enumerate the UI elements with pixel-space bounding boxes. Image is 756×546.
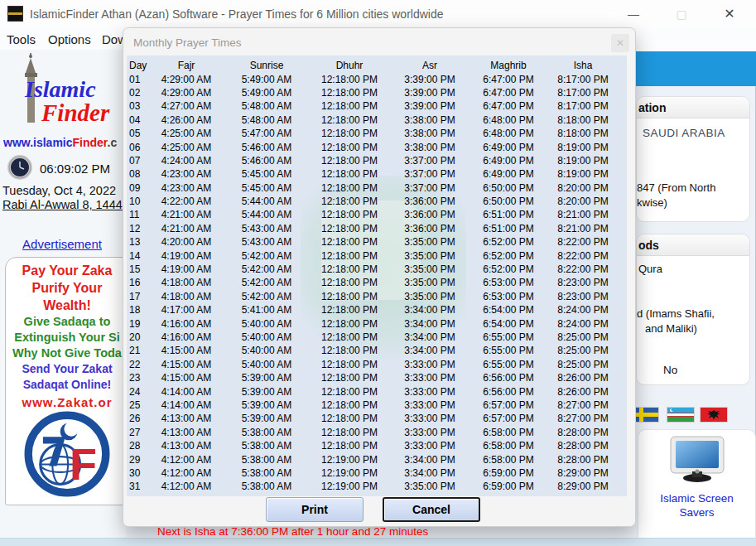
table-cell: 4:23:00 AM: [155, 168, 218, 180]
table-cell: 6:56:00 PM: [476, 372, 541, 384]
table-cell: 4:18:00 AM: [155, 277, 218, 288]
table-cell: 3:38:00 PM: [383, 114, 476, 126]
table-cell: 5:44:00 AM: [218, 196, 315, 207]
table-cell: 4:18:00 AM: [155, 291, 218, 302]
table-row: 294:12:00 AM5:38:00 AM12:19:00 PM3:34:00…: [127, 452, 627, 466]
table-cell: 27: [127, 427, 155, 438]
qibla-direction-line1: 847 (From North: [637, 181, 715, 194]
close-icon[interactable]: ✕: [717, 5, 742, 23]
blue-ad-banner[interactable]: [634, 51, 756, 86]
website-prefix: www.islamic: [3, 136, 73, 149]
table-cell: 12:19:00 PM: [315, 467, 383, 479]
location-panel: ation SAUDI ARABIA 847 (From North kwise…: [636, 96, 750, 222]
table-cell: 8:22:00 PM: [541, 250, 625, 262]
table-cell: 12:18:00 PM: [315, 196, 383, 207]
table-cell: 12:18:00 PM: [315, 250, 383, 262]
table-cell: 5:42:00 AM: [218, 277, 315, 288]
table-cell: 5:38:00 AM: [218, 440, 315, 452]
app-window: IslamicFinder Athan (Azan) Software - Pr…: [0, 0, 756, 546]
table-cell: 3:34:00 PM: [383, 467, 476, 479]
ad-line: Why Not Give Toda: [6, 345, 126, 361]
website-brand: Finder: [73, 136, 108, 149]
table-cell: 12:18:00 PM: [315, 142, 383, 153]
table-cell: 15: [127, 263, 155, 275]
minimize-icon[interactable]: —: [621, 5, 646, 23]
dialog-close-icon[interactable]: ✕: [611, 34, 629, 52]
table-cell: 6:56:00 PM: [476, 386, 541, 398]
table-cell: 8:22:00 PM: [541, 236, 625, 248]
table-cell: 8:26:00 PM: [541, 372, 625, 384]
table-row: 104:22:00 AM5:44:00 AM12:18:00 PM3:36:00…: [127, 195, 627, 208]
table-cell: 5:40:00 AM: [218, 345, 315, 356]
table-cell: 8:29:00 PM: [541, 481, 625, 492]
table-cell: 6:53:00 PM: [476, 277, 541, 288]
table-row: 224:15:00 AM5:40:00 AM12:18:00 PM3:33:00…: [127, 358, 627, 371]
website-link[interactable]: www.islamicFinder.c: [3, 136, 117, 149]
table-cell: 12:18:00 PM: [315, 304, 383, 316]
table-cell: 6:52:00 PM: [476, 250, 541, 262]
table-cell: 4:29:00 AM: [155, 87, 218, 99]
table-cell: 4:15:00 AM: [155, 359, 218, 370]
table-cell: 12:18:00 PM: [315, 372, 383, 384]
ad-line: Extinguish Your Si: [6, 330, 126, 345]
table-cell: 12:18:00 PM: [315, 100, 383, 112]
menu-item-options[interactable]: Options: [48, 32, 91, 46]
table-row: 164:18:00 AM5:42:00 AM12:18:00 PM3:35:00…: [127, 276, 627, 289]
table-row: 244:14:00 AM5:39:00 AM12:18:00 PM3:33:00…: [127, 384, 627, 398]
table-cell: 8:17:00 PM: [541, 100, 625, 112]
table-cell: 6:47:00 PM: [476, 100, 541, 112]
table-cell: 6:52:00 PM: [476, 263, 541, 275]
table-cell: 03: [127, 100, 155, 112]
table-cell: 5:45:00 AM: [218, 168, 315, 180]
table-cell: 8:18:00 PM: [541, 114, 625, 126]
albania-flag[interactable]: [701, 408, 727, 422]
zakat-url[interactable]: www.Zakat.or: [6, 395, 126, 409]
cancel-button[interactable]: Cancel: [383, 497, 480, 522]
table-cell: 3:33:00 PM: [383, 413, 476, 424]
table-cell: 4:25:00 AM: [155, 142, 218, 153]
monitor-icon[interactable]: [668, 435, 726, 483]
table-cell: 3:37:00 PM: [383, 182, 476, 194]
table-cell: 25: [127, 399, 155, 411]
clock-icon: [7, 154, 33, 181]
table-cell: 23: [127, 372, 155, 384]
table-cell: 3:39:00 PM: [383, 87, 476, 99]
table-cell: 6:58:00 PM: [476, 427, 541, 438]
screensavers-link[interactable]: Islamic Screen Savers: [648, 491, 747, 519]
uzbekistan-flag[interactable]: [667, 408, 694, 422]
table-row: 024:29:00 AM5:49:00 AM12:18:00 PM3:39:00…: [127, 86, 627, 99]
table-cell: 6:58:00 PM: [476, 440, 541, 452]
table-row: 054:25:00 AM5:47:00 AM12:18:00 PM3:38:00…: [127, 127, 627, 140]
table-cell: 4:16:00 AM: [155, 331, 218, 343]
table-cell: 8:23:00 PM: [541, 277, 625, 288]
table-cell: 3:35:00 PM: [383, 291, 476, 302]
table-cell: 5:46:00 AM: [218, 155, 315, 167]
table-cell: 5:42:00 AM: [218, 263, 315, 275]
table-cell: 19: [127, 318, 155, 330]
advertisement-link[interactable]: Advertisement: [0, 237, 124, 251]
table-cell: 28: [127, 440, 155, 452]
window-title: IslamicFinder Athan (Azan) Software - Pr…: [30, 7, 444, 21]
ad-line: Sadaqat Online!: [6, 377, 126, 393]
menu-item-tools[interactable]: Tools: [7, 32, 36, 46]
table-cell: 5:41:00 AM: [218, 304, 315, 316]
table-cell: 6:53:00 PM: [476, 291, 541, 302]
table-row: 034:27:00 AM5:48:00 AM12:18:00 PM3:39:00…: [127, 99, 627, 113]
table-cell: 12:18:00 PM: [315, 114, 383, 126]
table-row: 194:16:00 AM5:40:00 AM12:18:00 PM3:34:00…: [127, 316, 627, 330]
table-row: 184:17:00 AM5:41:00 AM12:18:00 PM3:34:00…: [127, 303, 627, 316]
table-cell: 8:21:00 PM: [541, 223, 625, 234]
table-cell: 5:49:00 AM: [218, 74, 315, 85]
table-cell: 3:38:00 PM: [383, 128, 476, 139]
table-cell: 8:28:00 PM: [541, 454, 625, 466]
table-cell: 8:25:00 PM: [541, 331, 625, 343]
table-cell: 21: [127, 345, 155, 356]
calc-method-line: Qura: [638, 263, 662, 275]
zakat-ad-box[interactable]: Pay Your Zaka Purify Your Wealth! Give S…: [5, 257, 126, 505]
table-cell: 3:36:00 PM: [383, 196, 476, 207]
website-suffix: .c: [108, 136, 118, 149]
table-cell: 3:36:00 PM: [383, 223, 476, 234]
table-cell: 10: [127, 196, 155, 207]
maximize-icon[interactable]: ▢: [669, 5, 694, 23]
print-button[interactable]: Print: [266, 497, 364, 522]
